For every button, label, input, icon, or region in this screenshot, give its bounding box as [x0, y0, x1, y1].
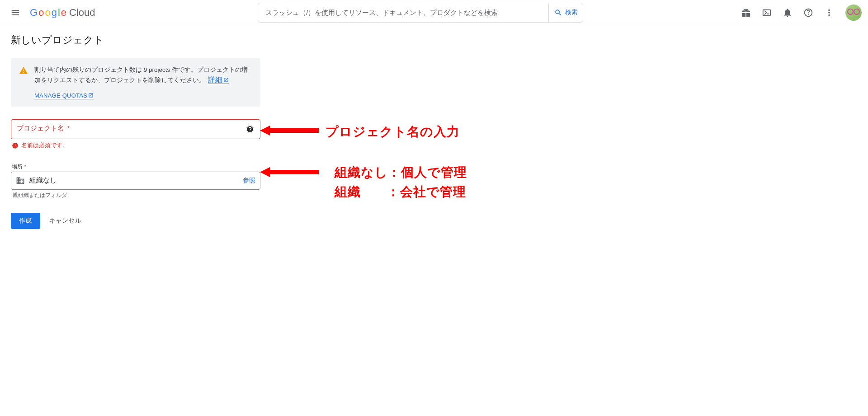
search-box: 検索	[258, 3, 583, 23]
location-hint: 親組織またはフォルダ	[11, 192, 260, 199]
organization-icon	[16, 176, 25, 185]
top-bar: Google Cloud 検索	[0, 0, 868, 25]
svg-rect-6	[15, 147, 15, 147]
svg-point-1	[854, 9, 859, 14]
page-title: 新しいプロジェクト	[0, 25, 868, 47]
form-buttons: 作成 キャンセル	[11, 213, 260, 229]
annotation-text-2: 組織なし：個人で管理 組織 ：会社で管理	[335, 163, 467, 202]
search-button[interactable]: 検索	[548, 3, 583, 22]
external-link-icon	[88, 93, 94, 98]
project-name-help-button[interactable]	[245, 125, 255, 136]
browse-button[interactable]: 参照	[243, 177, 255, 185]
location-value: 組織なし	[29, 176, 238, 185]
learn-more-link[interactable]: 詳細	[208, 76, 229, 84]
hamburger-icon	[10, 8, 20, 18]
learn-more-label: 詳細	[208, 76, 222, 84]
svg-point-0	[848, 9, 853, 14]
project-name-error: 名前は必須です。	[11, 142, 260, 150]
bell-icon	[783, 8, 793, 18]
search-button-label: 検索	[565, 9, 578, 17]
manage-quotas-label: MANAGE QUOTAS	[34, 92, 87, 99]
notifications-button[interactable]	[778, 4, 797, 22]
terminal-icon	[762, 8, 772, 18]
quota-info-box: 割り当て内の残りのプロジェクト数は 9 projects 件です。プロジェクトの…	[11, 58, 260, 107]
account-avatar[interactable]	[845, 5, 862, 21]
external-link-icon	[223, 77, 229, 83]
search-icon	[554, 9, 562, 17]
annotation-text-1: プロジェクト名の入力	[326, 123, 460, 140]
utilities-menu-button[interactable]	[820, 4, 838, 22]
manage-quotas-link[interactable]: MANAGE QUOTAS	[34, 92, 94, 99]
cancel-button[interactable]: キャンセル	[49, 217, 81, 225]
svg-rect-5	[15, 144, 15, 146]
help-menu-button[interactable]	[799, 4, 817, 22]
warning-icon	[19, 66, 28, 99]
error-icon	[12, 142, 19, 149]
create-button[interactable]: 作成	[11, 213, 40, 229]
project-name-input[interactable]	[17, 120, 255, 139]
main-menu-button[interactable]	[6, 4, 24, 22]
more-vert-icon	[824, 8, 834, 18]
avatar-glasses-icon	[847, 9, 860, 17]
location-field: 場所 * 組織なし 参照 親組織またはフォルダ	[11, 163, 260, 199]
project-form: 割り当て内の残りのプロジェクト数は 9 projects 件です。プロジェクトの…	[0, 47, 271, 240]
location-label: 場所 *	[11, 163, 260, 171]
help-circle-icon	[803, 8, 813, 18]
logo-cloud-text: Cloud	[69, 7, 95, 19]
project-name-error-text: 名前は必須です。	[21, 142, 68, 150]
help-filled-icon	[245, 125, 255, 134]
project-name-field: プロジェクト名 * 名前は必須です。	[11, 119, 260, 150]
gift-icon	[741, 8, 751, 18]
search-input[interactable]	[258, 3, 548, 22]
google-cloud-logo[interactable]: Google Cloud	[30, 7, 95, 19]
free-trial-button[interactable]	[737, 4, 755, 22]
cloud-shell-button[interactable]	[758, 4, 776, 22]
